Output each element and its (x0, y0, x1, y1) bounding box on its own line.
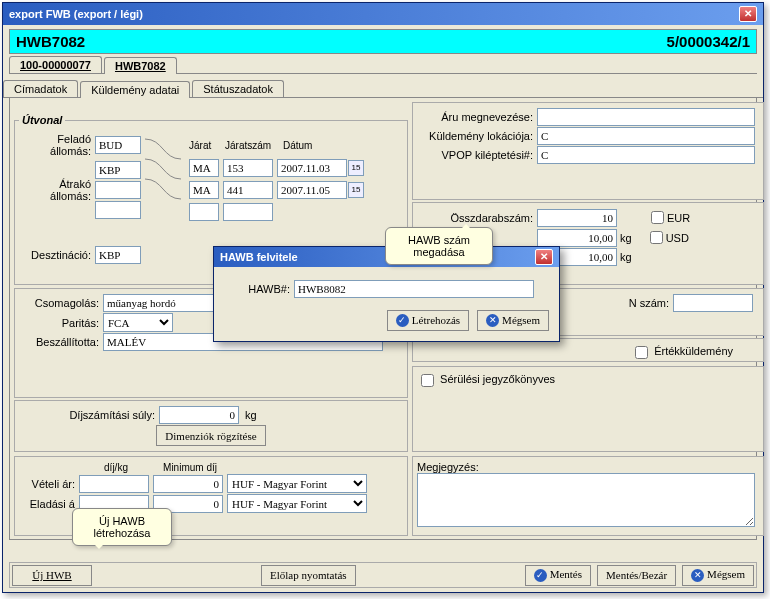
atrako-label: Átrakó állomás: (19, 178, 95, 202)
j1-datum[interactable] (277, 159, 347, 177)
mentesbezar-button[interactable]: Mentés/Bezár (597, 565, 676, 586)
calendar-icon[interactable]: 15 (348, 182, 364, 198)
dialog-title: HAWB felvitele (220, 251, 298, 263)
hdr-mindij: Minimum díj (153, 462, 227, 473)
weight1-input[interactable] (537, 229, 617, 247)
window-title: export FWB (export / légi) (9, 8, 143, 20)
par-select[interactable]: FCA (103, 313, 173, 332)
atrako2-input[interactable] (95, 181, 141, 199)
outer-tab-2[interactable]: HWB7082 (104, 57, 177, 74)
megj-label: Megjegyzés: (417, 461, 479, 473)
nszam-input[interactable] (673, 294, 753, 312)
ujhwb-button[interactable]: Új HWB (12, 565, 92, 586)
kg-label: kg (620, 251, 632, 263)
dsuly-input[interactable] (159, 406, 239, 424)
x-icon: ✕ (486, 314, 499, 327)
j1-szam[interactable] (223, 159, 273, 177)
j2-szam[interactable] (223, 181, 273, 199)
vetel-mindij[interactable] (153, 475, 223, 493)
desztinacio-input[interactable] (95, 246, 141, 264)
inner-tab-kuldemeny[interactable]: Küldemény adatai (80, 81, 190, 98)
x-icon: ✕ (691, 569, 704, 582)
atrako1-input[interactable] (95, 161, 141, 179)
group-serulesi: Sérülési jegyzőkönyves (412, 366, 764, 452)
aru-meg-input[interactable] (537, 108, 755, 126)
inner-tab-cimadatok[interactable]: Címadatok (3, 80, 78, 97)
j2-jarat[interactable] (189, 181, 219, 199)
serul-label: Sérülési jegyzőkönyves (440, 373, 555, 385)
felado-input[interactable] (95, 136, 141, 154)
header-bar: HWB7082 5/0000342/1 (9, 29, 757, 54)
hawb-field-input[interactable] (294, 280, 534, 298)
aru-vpop-input[interactable] (537, 146, 755, 164)
megj-text[interactable] (417, 473, 755, 527)
hawb-field-label: HAWB#: (224, 283, 294, 295)
group-aru: Áru megnevezése: Küldemény lokációja: VP… (412, 102, 764, 200)
close-icon[interactable]: ✕ (739, 6, 757, 22)
eladas-label: Eladási á (19, 498, 79, 510)
check-icon: ✓ (396, 314, 409, 327)
utvonal-legend: Útvonal (19, 114, 65, 126)
hdr-datum: Dátum (283, 140, 312, 151)
inner-tab-row: Címadatok Küldemény adatai Státuszadatok (3, 80, 763, 98)
usd-label: USD (666, 232, 689, 244)
dsuly-unit: kg (245, 409, 257, 421)
csom-label: Csomagolás: (19, 297, 103, 309)
desztinacio-label: Desztináció: (19, 249, 95, 261)
footer-megsem-button[interactable]: ✕Mégsem (682, 565, 754, 586)
dsuly-label: Díjszámítási súly: (19, 409, 159, 421)
aru-meg-label: Áru megnevezése: (417, 111, 537, 123)
par-label: Paritás: (19, 317, 103, 329)
titlebar: export FWB (export / légi) ✕ (3, 3, 763, 25)
kg-label: kg (620, 232, 632, 244)
hdr-jaratszam: Járatszám (225, 140, 283, 151)
ertek-checkbox[interactable] (635, 346, 648, 359)
dialog-megsem-button[interactable]: ✕Mégsem (477, 310, 549, 331)
ossz-label: Összdarabszám: (417, 212, 537, 224)
hdr-dijkg: díj/kg (79, 462, 153, 473)
j1-jarat[interactable] (189, 159, 219, 177)
note-uj-hawb: Új HAWB létrehozása (72, 508, 172, 546)
outer-tab-row: 100-00000077 HWB7082 (9, 56, 757, 74)
atrako3-input[interactable] (95, 201, 141, 219)
eur-checkbox[interactable] (651, 211, 664, 224)
calendar-icon[interactable]: 15 (348, 160, 364, 176)
vetel-dijkg[interactable] (79, 475, 149, 493)
j3-jarat[interactable] (189, 203, 219, 221)
group-megjegyzes: Megjegyzés: (412, 456, 764, 536)
header-right: 5/0000342/1 (667, 33, 750, 50)
header-left: HWB7082 (16, 33, 85, 50)
eladas-currency[interactable]: HUF - Magyar Forint (227, 494, 367, 513)
usd-checkbox[interactable] (650, 231, 663, 244)
aru-lok-label: Küldemény lokációja: (417, 130, 537, 142)
dimenzio-button[interactable]: Dimenziók rögzítése (156, 425, 265, 446)
ossz-input[interactable] (537, 209, 617, 227)
elolap-button[interactable]: Előlap nyomtatás (261, 565, 356, 586)
inner-tab-statusz[interactable]: Státuszadatok (192, 80, 284, 97)
eur-label: EUR (667, 212, 690, 224)
outer-tab-1[interactable]: 100-00000077 (9, 56, 102, 73)
note-hawb-szam: HAWB szám megadása (385, 227, 493, 265)
aru-vpop-label: VPOP kiléptetési#: (417, 149, 537, 161)
aru-lok-input[interactable] (537, 127, 755, 145)
letrehozas-button[interactable]: ✓Létrehozás (387, 310, 469, 331)
footer-toolbar: Új HWB Előlap nyomtatás ✓Mentés Mentés/B… (9, 562, 757, 588)
route-bracket-icon (143, 137, 187, 219)
group-dijsuly: Díjszámítási súly: kg Dimenziók rögzítés… (14, 400, 408, 452)
mentes-button[interactable]: ✓Mentés (525, 565, 591, 586)
j3-szam[interactable] (223, 203, 273, 221)
check-icon: ✓ (534, 569, 547, 582)
dialog-close-icon[interactable]: ✕ (535, 249, 553, 265)
vetel-label: Vételi ár: (19, 478, 79, 490)
serul-checkbox[interactable] (421, 374, 434, 387)
besz-label: Beszállította: (19, 336, 103, 348)
j2-datum[interactable] (277, 181, 347, 199)
hdr-jarat: Járat (189, 140, 225, 151)
vetel-currency[interactable]: HUF - Magyar Forint (227, 474, 367, 493)
ertek-label: Értékküldemény (654, 345, 733, 357)
felado-label: Feladó állomás: (19, 133, 95, 157)
